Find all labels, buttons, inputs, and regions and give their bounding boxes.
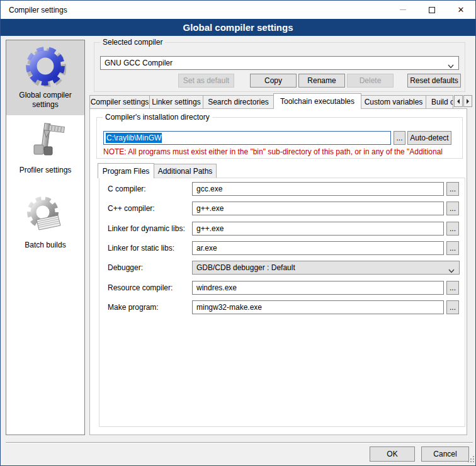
- field-label: Linker for static libs:: [108, 244, 174, 253]
- field-row-debugger: Debugger: GDB/CDB debugger : Default: [99, 261, 465, 275]
- sidebar-item-profiler-settings[interactable]: Profiler settings: [6, 115, 84, 190]
- window-controls: ✕: [388, 1, 475, 19]
- field-row-linker-static: Linker for static libs: ar.exe ...: [99, 241, 465, 255]
- chevron-down-icon: [448, 266, 455, 275]
- delete-button[interactable]: Delete: [347, 74, 394, 88]
- title-bar: Compiler settings ✕: [1, 1, 475, 19]
- caliper-icon: [25, 120, 66, 162]
- sidebar-item-label: Batch builds: [10, 241, 81, 250]
- ok-button[interactable]: OK: [370, 446, 415, 462]
- tab-toolchain-executables[interactable]: Toolchain executables: [273, 93, 361, 109]
- field-row-c-compiler: C compiler: gcc.exe ...: [99, 182, 465, 196]
- field-label: Linker for dynamic libs:: [108, 224, 185, 233]
- copy-button[interactable]: Copy: [250, 74, 297, 88]
- installation-directory-group: Compiler's installation directory C:\ray…: [96, 117, 463, 159]
- browse-directory-button[interactable]: ...: [394, 131, 405, 145]
- field-label: Make program:: [108, 303, 159, 312]
- arrow-left-icon: [456, 99, 460, 104]
- minimize-button[interactable]: [388, 1, 417, 19]
- toolchain-executables-page: Compiler's installation directory C:\ray…: [89, 108, 467, 435]
- auto-detect-button[interactable]: Auto-detect: [407, 131, 451, 145]
- selected-path-text: C:\raylib\MinGW: [106, 133, 162, 143]
- linker-dynamic-input[interactable]: g++.exe: [192, 222, 444, 236]
- field-label: Resource compiler:: [108, 283, 173, 292]
- compiler-select[interactable]: GNU GCC Compiler: [100, 56, 459, 70]
- field-row-linker-dynamic: Linker for dynamic libs: g++.exe ...: [99, 222, 465, 236]
- gear-blue-icon: [25, 45, 66, 87]
- c-compiler-browse-button[interactable]: ...: [446, 182, 459, 196]
- settings-tabstrip: Compiler settings Linker settings Search…: [89, 93, 472, 109]
- compiler-settings-dialog: Compiler settings ✕ Global compiler sett…: [0, 0, 476, 466]
- tab-compiler-settings[interactable]: Compiler settings: [89, 95, 150, 109]
- rename-button[interactable]: Rename: [298, 74, 345, 88]
- minimize-icon: [400, 9, 406, 10]
- cancel-button[interactable]: Cancel: [421, 446, 469, 462]
- tab-scroll-left-button[interactable]: [454, 95, 463, 107]
- tab-additional-paths[interactable]: Additional Paths: [154, 164, 217, 178]
- settings-category-list: Global compiler settings: [6, 40, 85, 435]
- c-compiler-input[interactable]: gcc.exe: [192, 182, 444, 196]
- resource-compiler-input[interactable]: windres.exe: [192, 281, 444, 295]
- field-label: C compiler:: [108, 185, 146, 193]
- debugger-select-value: GDB/CDB debugger : Default: [196, 263, 295, 272]
- note-text: NOTE: All programs must exist either in …: [103, 147, 460, 156]
- sidebar-item-global-compiler-settings[interactable]: Global compiler settings: [6, 40, 84, 115]
- window-title: Compiler settings: [9, 6, 67, 14]
- resize-grip[interactable]: [468, 455, 474, 464]
- compiler-select-value: GNU GCC Compiler: [105, 59, 173, 67]
- debugger-select[interactable]: GDB/CDB debugger : Default: [192, 261, 460, 275]
- tab-build-options[interactable]: Build options: [426, 95, 453, 109]
- tab-scroll-right-button[interactable]: [463, 95, 472, 107]
- close-button[interactable]: ✕: [446, 1, 475, 19]
- field-row-resource-compiler: Resource compiler: windres.exe ...: [99, 281, 465, 295]
- field-label: C++ compiler:: [108, 204, 155, 213]
- installation-directory-input[interactable]: C:\raylib\MinGW: [103, 131, 391, 145]
- field-label: Debugger:: [108, 263, 143, 272]
- chevron-down-icon: [448, 62, 454, 71]
- group-label: Compiler's installation directory: [103, 113, 212, 122]
- maximize-icon: [429, 7, 435, 13]
- close-icon: ✕: [458, 6, 465, 14]
- program-files-page: C compiler: gcc.exe ... C++ compiler: g+…: [99, 178, 465, 427]
- linker-static-input[interactable]: ar.exe: [192, 241, 444, 255]
- make-program-browse-button[interactable]: ...: [446, 300, 459, 314]
- footer-separator: [6, 442, 473, 443]
- gear-stack-icon: [25, 195, 66, 237]
- maximize-button[interactable]: [417, 1, 446, 19]
- tab-custom-variables[interactable]: Custom variables: [361, 95, 426, 109]
- sidebar-item-label: Profiler settings: [10, 166, 81, 175]
- cpp-compiler-input[interactable]: g++.exe: [192, 202, 444, 215]
- tab-program-files[interactable]: Program Files: [98, 163, 154, 178]
- reset-defaults-button[interactable]: Reset defaults: [407, 74, 461, 88]
- selected-compiler-group: Selected compiler GNU GCC Compiler Set a…: [94, 42, 465, 92]
- linker-dynamic-browse-button[interactable]: ...: [446, 222, 459, 236]
- resource-compiler-browse-button[interactable]: ...: [446, 281, 459, 295]
- linker-static-browse-button[interactable]: ...: [446, 241, 459, 255]
- arrow-right-icon: [466, 99, 470, 104]
- tab-search-directories[interactable]: Search directories: [203, 95, 274, 109]
- make-program-input[interactable]: mingw32-make.exe: [192, 300, 444, 314]
- field-row-make-program: Make program: mingw32-make.exe ...: [99, 300, 465, 314]
- group-label: Selected compiler: [100, 38, 165, 47]
- sidebar-item-label: Global compiler settings: [10, 91, 81, 110]
- tab-linker-settings[interactable]: Linker settings: [149, 95, 203, 109]
- field-row-cpp-compiler: C++ compiler: g++.exe ...: [99, 202, 465, 215]
- sidebar-item-batch-builds[interactable]: Batch builds: [6, 190, 84, 265]
- set-as-default-button[interactable]: Set as default: [178, 74, 234, 88]
- page-title: Global compiler settings: [1, 19, 475, 36]
- cpp-compiler-browse-button[interactable]: ...: [446, 202, 459, 215]
